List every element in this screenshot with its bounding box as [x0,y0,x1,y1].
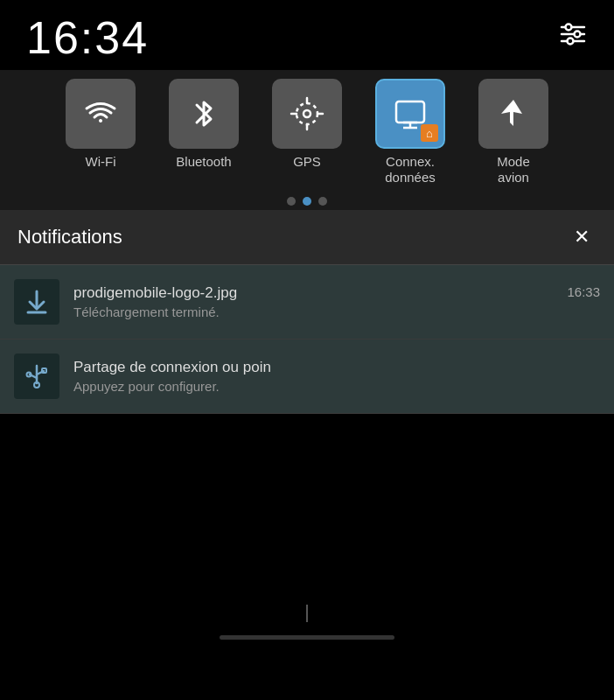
airplane-toggle-button[interactable] [478,79,548,149]
svg-point-3 [566,24,572,31]
notification-usb-content: Partage de connexion ou poin Appuyez pou… [73,359,600,394]
notification-usb[interactable]: Partage de connexion ou poin Appuyez pou… [0,340,614,414]
notification-download-subtitle: Téléchargement terminé. [73,304,600,319]
toggle-connexion[interactable]: Connex.données [362,79,458,186]
settings-sliders-icon[interactable] [558,19,588,55]
toggle-gps[interactable]: GPS [259,79,355,170]
close-notifications-button[interactable]: ✕ [567,222,597,252]
notification-download-time: 16:33 [567,284,600,299]
notifications-header: Notifications ✕ [0,210,614,265]
clock: 16:34 [26,11,149,64]
usb-icon [14,354,59,399]
notifications-panel: Notifications ✕ prodigemobile-logo-2.jpg… [0,210,614,414]
bluetooth-label: Bluetooth [176,154,231,170]
bottom-scroll-bar [220,635,394,640]
quick-toggles-bar: Wi-Fi Bluetooth GPS [0,70,614,190]
wifi-label: Wi-Fi [86,154,116,170]
gps-label: GPS [293,154,321,170]
svg-point-23 [34,382,39,388]
status-bar: 16:34 [0,0,614,70]
svg-point-6 [297,103,317,124]
svg-point-5 [568,38,574,45]
download-icon [14,279,59,325]
connexion-label: Connex.données [385,154,436,186]
dot-1 [287,197,296,206]
bluetooth-toggle-button[interactable] [169,79,239,149]
gps-toggle-button[interactable] [272,79,342,149]
airplane-label: Modeavion [497,154,530,186]
svg-point-7 [304,110,310,117]
cursor-line [306,605,308,622]
svg-rect-12 [396,102,424,122]
page-dots [0,190,614,210]
dot-2 [303,197,311,206]
notifications-title: Notifications [17,226,122,248]
dot-3 [318,197,327,206]
wifi-toggle-button[interactable] [66,79,136,149]
notification-download[interactable]: prodigemobile-logo-2.jpg 16:33 Télécharg… [0,265,614,340]
toggle-wifi[interactable]: Wi-Fi [52,79,149,170]
connexion-toggle-button[interactable] [375,79,445,149]
bottom-area [0,414,614,650]
toggle-airplane[interactable]: Modeavion [465,79,562,186]
connexion-badge [421,124,438,142]
notification-download-name: prodigemobile-logo-2.jpg [73,284,237,302]
notification-usb-name: Partage de connexion ou poin [73,359,271,376]
notification-download-content: prodigemobile-logo-2.jpg 16:33 Télécharg… [73,284,600,319]
toggle-bluetooth[interactable]: Bluetooth [156,79,252,170]
svg-point-4 [575,32,581,38]
notification-usb-subtitle: Appuyez pour configurer. [73,379,600,394]
